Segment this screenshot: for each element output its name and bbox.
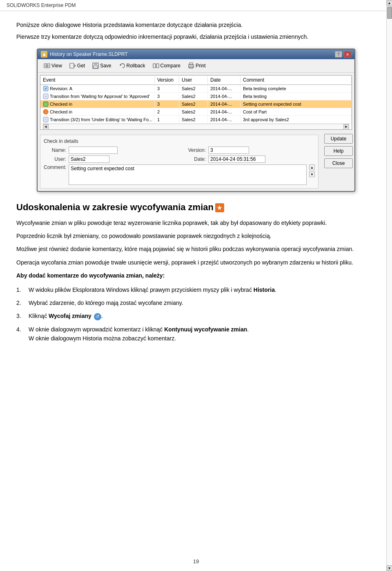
list-item: 3. Kliknąć Wycofaj zmiany ↺.	[16, 311, 376, 320]
toolbar-compare-button[interactable]: Compare	[150, 61, 183, 71]
dialog-right-buttons: Update Help Close	[323, 132, 354, 191]
rollback-icon	[119, 62, 125, 69]
step1-content: W widoku plików Eksploratora Windows kli…	[29, 285, 376, 294]
details-left: Check in details Name: Version: 3	[38, 132, 321, 191]
update-button[interactable]: Update	[324, 134, 353, 144]
col-version: Version	[155, 76, 179, 84]
horiz-right-btn[interactable]: ►	[343, 124, 349, 130]
section2-para2: Poprzednio licznik był zmieniany, co pow…	[16, 231, 376, 240]
row2-user: Sales2	[179, 93, 208, 100]
list-item: 4. W oknie dialogowym wprowadzić komenta…	[16, 325, 376, 343]
svg-rect-5	[94, 63, 97, 65]
dialog-title-bar: 📋 History on Speaker Frame.SLDPRT ? ✕	[38, 49, 354, 59]
table-row[interactable]: ↓ Checked in 2 Sales2 2014-04-... Cost o…	[40, 108, 352, 116]
page-number: 19	[193, 558, 199, 564]
table-row[interactable]: ↓ Checked in 3 Sales2 2014-04-... Settin…	[40, 100, 352, 108]
details-title: Check in details	[44, 138, 315, 144]
toolbar-view-button[interactable]: View	[41, 61, 65, 71]
horiz-left-btn[interactable]: ◄	[43, 124, 49, 130]
step3-num: 3.	[16, 311, 24, 320]
step4-content: W oknie dialogowym wprowadzić komentarz …	[29, 325, 376, 343]
dialog-title-icon: 📋	[41, 51, 47, 58]
transition-icon: ↔	[43, 93, 49, 99]
dialog-close-btn[interactable]: ✕	[344, 51, 351, 58]
help-button[interactable]: Help	[324, 146, 353, 156]
row2-comment: Beta testing	[241, 93, 352, 100]
get-icon	[69, 62, 76, 69]
compare-icon	[153, 62, 159, 69]
close-button[interactable]: Close	[324, 158, 353, 168]
toolbar-save-button[interactable]: Save	[89, 61, 114, 71]
row2-version: 3	[155, 93, 179, 100]
toolbar-get-button[interactable]: Get	[67, 61, 88, 71]
table-row[interactable]: ✔ Revision: A 3 Sales2 2014-04-... Beta …	[40, 85, 352, 93]
row5-event: ↔ Transition (3/2) from 'Under Editing' …	[40, 116, 155, 123]
section2-heading: Udoskonalenia w zakresie wycofywania zmi…	[16, 202, 376, 213]
step3-content: Kliknąć Wycofaj zmiany ↺.	[29, 311, 376, 320]
comment-scroll-down[interactable]: ▼	[309, 171, 315, 177]
row2-date: 2014-04-...	[208, 93, 241, 100]
svg-marker-7	[120, 64, 121, 66]
list-item: 1. W widoku plików Eksploratora Windows …	[16, 285, 376, 294]
row5-version: 1	[155, 116, 179, 123]
toolbar-print-button[interactable]: Print	[185, 61, 209, 71]
table-row[interactable]: ↔ Transition (3/2) from 'Under Editing' …	[40, 116, 352, 124]
dialog-help-btn[interactable]: ?	[335, 51, 342, 58]
svg-point-2	[47, 65, 47, 66]
comment-value[interactable]: Setting current expected cost	[69, 164, 307, 185]
row4-version: 2	[155, 108, 179, 116]
row4-event: ↓ Checked in	[40, 108, 155, 116]
transition2-icon: ↔	[43, 117, 49, 122]
svg-text:↓: ↓	[45, 110, 47, 114]
svg-rect-3	[70, 63, 74, 68]
intro-line2: Pierwsze trzy komentarze dotyczą odpowie…	[16, 33, 376, 41]
name-label: Name:	[44, 147, 66, 153]
dialog-table: Event Version User Date Comment ✔	[40, 75, 352, 130]
comment-scroll-up[interactable]: ▲	[309, 164, 315, 170]
toolbar-rollback-button[interactable]: Rollback	[116, 61, 148, 71]
row1-version: 3	[155, 85, 179, 92]
view-icon	[44, 62, 50, 69]
scroll-thumb[interactable]	[387, 7, 392, 19]
row4-date: 2014-04-...	[208, 108, 241, 116]
svg-rect-8	[153, 64, 156, 68]
row1-date: 2014-04-...	[208, 85, 241, 92]
scroll-up-btn[interactable]: ▲	[387, 0, 392, 6]
toolbar-compare-label: Compare	[160, 63, 180, 69]
scroll-down-btn[interactable]: ▼	[387, 565, 392, 571]
step1-num: 1.	[16, 285, 24, 294]
dialog-wrapper: 📋 History on Speaker Frame.SLDPRT ? ✕ Vi…	[16, 49, 376, 192]
page-header: SOLIDWORKS Enterprise PDM	[0, 0, 392, 11]
revision-icon: ✔	[43, 86, 49, 91]
toolbar-rollback-label: Rollback	[127, 63, 145, 69]
date-value: 2014-04-24 05:31:56	[208, 156, 265, 163]
user-label: User:	[44, 156, 66, 162]
svg-text:✔: ✔	[45, 87, 47, 91]
detail-comment-row: Comment: Setting current expected cost ▲…	[44, 164, 315, 185]
horizontal-scrollbar[interactable]: ◄ ►	[43, 124, 349, 129]
row1-comment: Beta testing complete	[241, 85, 352, 92]
row1-user: Sales2	[179, 85, 208, 92]
toolbar-view-label: View	[51, 63, 62, 69]
details-grid: Name: Version: 3 User: Sales	[44, 147, 315, 163]
detail-user-row: User: Sales2	[44, 156, 175, 163]
row4-user: Sales2	[179, 108, 208, 116]
row5-user: Sales2	[179, 116, 208, 123]
row1-event: ✔ Revision: A	[40, 85, 155, 92]
svg-text:↔: ↔	[45, 95, 47, 98]
section2-heading-text: Udoskonalenia w zakresie wycofywania zmi…	[16, 202, 214, 212]
detail-name-row: Name:	[44, 147, 175, 154]
row3-user: Sales2	[179, 100, 208, 108]
step4-num: 4.	[16, 325, 24, 343]
toolbar-get-label: Get	[77, 63, 85, 69]
svg-rect-9	[156, 64, 159, 68]
date-label: Date:	[183, 156, 206, 162]
section2-para1: Wycofywanie zmian w pliku powoduje teraz…	[16, 218, 376, 227]
row3-version: 3	[155, 100, 179, 108]
row5-date: 2014-04-...	[208, 116, 241, 123]
toolbar-save-label: Save	[100, 63, 111, 69]
vertical-scrollbar[interactable]: ▲ ▼	[386, 0, 392, 571]
table-row[interactable]: ↔ Transition from 'Waiting for Approval'…	[40, 93, 352, 100]
print-icon	[188, 62, 194, 69]
section2-bold-intro: Aby dodać komentarze do wycofywania zmia…	[16, 271, 376, 280]
